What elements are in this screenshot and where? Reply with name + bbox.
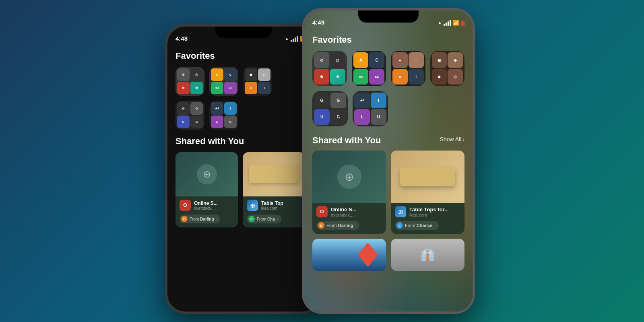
show-all-label: Show All [440,136,462,142]
app-icon: ⊗ [314,69,329,85]
card-text-front: Online S... overstock.... [331,206,382,217]
shared-section-front: Shared with You Show All › ⊕ [312,133,464,271]
show-all-chevron: › [462,136,464,142]
from-name-darling: Darling [338,223,353,228]
app-icon: ★A [211,82,223,94]
bottom-card-clothing[interactable]: 👔 [391,239,464,271]
content-back: Favorites ⊙ ◎ ⊗ ⊕ A C ★A EB [167,44,320,312]
shared-card-ikea-back[interactable]: ⊕ Table Top ikea.com C From Cha › [243,152,305,227]
battery-icon-front: ▓ [461,21,464,25]
app-icon: ◈ [448,52,463,68]
volume-down-button-front[interactable] [302,87,302,103]
app-icon: ◉ [432,52,447,68]
status-bar-back: 4:48 ▸ 📶 ▓ [167,27,320,44]
card-text-back: Online S... overstock.... [194,200,234,211]
app-folder-2-front[interactable]: A C ★A EB [352,51,386,86]
shared-card-safari-front[interactable]: ⊕ O Online S... overstock.... [312,151,386,234]
card-title-back: Online S... [194,200,234,206]
app-folder-4-back[interactable]: G G U G [175,101,204,130]
app-folder-4-front[interactable]: G G U G [312,91,348,126]
avatar-darling-back: D [181,216,188,222]
from-badge-chance-front[interactable]: C From Chance › [395,221,439,230]
app-icon: EB [224,82,237,94]
kite-shape [358,243,378,267]
chevron-darling: › [355,224,357,227]
app-icon: ◆ [432,69,447,85]
app-icon: ◇ [448,69,463,85]
show-all-button[interactable]: Show All › [440,136,464,142]
app-folder-2-back[interactable]: A C ★A EB [209,67,238,96]
app-icon: EB [369,69,384,85]
app-icon: G [330,109,346,125]
app-icon: ◎ [190,68,203,81]
time-back: 4:48 [175,35,188,42]
signal-front [444,20,451,26]
app-icon: ● [392,69,408,85]
from-badge-darling-back[interactable]: D From Darling › [180,215,220,223]
compass-icon-front: ⊕ [337,165,361,189]
card-thumb-safari-back: ⊕ [175,152,238,196]
app-icon: G [330,93,346,108]
clothing-icon: 👔 [421,248,435,262]
card-text-ikea-front: Table Tops for... ikea.com [409,206,460,217]
app-row-1-back: ⊙ ◎ ⊗ ⊕ A C ★A EB ◼ ◻ [175,67,312,96]
app-icon: ⊙ [314,52,329,68]
signal-back [291,36,298,42]
shared-header-front: Shared with You Show All › [312,133,464,146]
card-info-ikea-back: ⊕ Table Top ikea.com C From Cha › [243,196,305,227]
power-button-front[interactable] [475,75,475,103]
volume-up-button-front[interactable] [302,67,302,83]
card-info-safari-back: O Online S... overstock.... D From Darli… [175,196,238,227]
app-folder-1-back[interactable]: ⊙ ◎ ⊗ ⊕ [175,67,204,96]
card-app-row-back: O Online S... overstock.... [180,200,234,211]
from-badge-cha-back[interactable]: C From Cha › [247,215,281,223]
shared-card-safari-back[interactable]: ⊕ O Online S... overstock.... [175,152,238,227]
card-info-ikea-front: ⊕ Table Tops for... ikea.com C From Chan… [391,203,464,234]
app-icon: I [224,102,237,115]
app-folder-5-front[interactable]: ★F I L U [353,91,388,126]
app-icon: ★A [353,69,369,85]
bar4f [450,20,451,26]
card-title-ikea-front: Table Tops for... [409,206,460,213]
app-icon: ★F [211,102,223,115]
card-app-row-ikea-back: ⊕ Table Top ikea.com [247,200,301,211]
app-icon: I [409,69,424,85]
card-text-ikea-back: Table Top ikea.com [261,200,301,211]
bar1f [444,24,445,26]
app-icon: ★F [354,93,370,108]
shared-cards-back: ⊕ O Online S... overstock.... [175,152,312,227]
app-folder-1-front[interactable]: ⊙ ◎ ⊗ ⊕ [312,51,347,86]
content-front: Favorites ⊙ ◎ ⊗ ⊕ A C ★A EB [304,28,473,312]
app-icon: ◎ [330,52,345,68]
from-text-cha-back: From Cha [257,217,275,221]
card-thumb-safari-front: ⊕ [312,151,386,203]
app-icon: ◼ [245,68,257,81]
app-icon: I [371,93,386,108]
app-folder-5-back[interactable]: ★F I L U [209,101,238,130]
from-text-chance-front: From Chance [405,223,432,228]
bottom-cards-row: 👔 [312,239,464,271]
time-front: 4:49 [312,19,324,26]
app-icon: U [371,109,386,125]
app-icon: ⊙ [177,68,190,81]
avatar-chance-front: C [396,222,403,229]
volume-up-button-back[interactable] [165,79,165,93]
app-folder-3-back[interactable]: ◼ ◻ ● I [243,67,272,96]
bottom-card-kite[interactable] [312,239,386,271]
app-icon: ◻ [258,68,270,81]
app-folder-3-front[interactable]: ● ○ ● I [391,51,425,86]
avatar-darling-front: D [318,222,324,229]
shared-title-front: Shared with You [312,135,381,146]
chevron-chance: › [434,224,436,227]
overstock-app-icon-front: O [316,206,328,217]
overstock-app-icon-back: O [180,200,191,211]
app-icon: ⊕ [190,82,203,94]
app-row-2-front: G G U G ★F I L U [312,91,464,126]
app-folder-3b-front[interactable]: ◉ ◈ ◆ ◇ [430,51,465,86]
card-title-safari-front: Online S... [331,206,382,213]
card-thumb-clothing: 👔 [391,239,464,271]
app-icon: G [190,102,203,115]
volume-down-button-back[interactable] [165,97,165,111]
shared-card-ikea-front[interactable]: ⊕ Table Tops for... ikea.com C From Chan… [391,151,464,234]
from-badge-darling-front[interactable]: D From Darling › [316,221,359,230]
